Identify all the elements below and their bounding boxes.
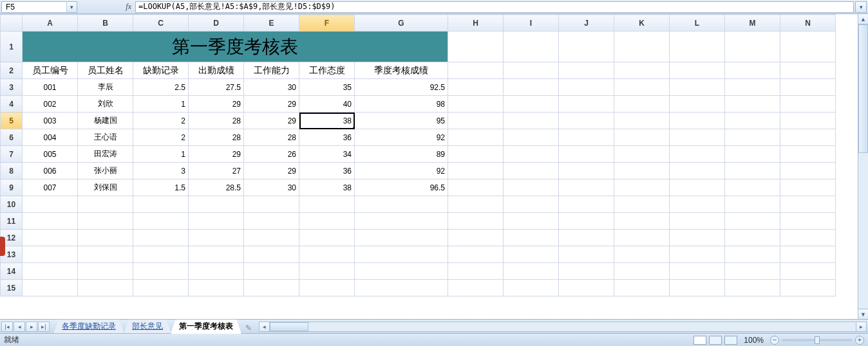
row-header[interactable]: 4 bbox=[1, 96, 23, 113]
cell[interactable] bbox=[614, 96, 670, 113]
cell[interactable]: 28 bbox=[189, 129, 244, 146]
cell[interactable]: 95 bbox=[355, 113, 448, 129]
insert-sheet-icon[interactable]: ✎ bbox=[242, 323, 255, 333]
cell[interactable] bbox=[559, 263, 614, 280]
cell[interactable]: 28 bbox=[189, 113, 244, 129]
cell[interactable] bbox=[355, 213, 448, 230]
cell[interactable] bbox=[614, 196, 670, 213]
column-header[interactable]: B bbox=[78, 15, 133, 32]
cell[interactable] bbox=[23, 263, 78, 280]
cell[interactable] bbox=[448, 263, 504, 280]
cell[interactable]: 杨建国 bbox=[78, 113, 133, 129]
table-header-cell[interactable]: 工作态度 bbox=[299, 62, 355, 79]
cell[interactable] bbox=[504, 163, 559, 179]
cell[interactable]: 1 bbox=[133, 146, 189, 163]
column-header[interactable]: L bbox=[670, 15, 725, 32]
select-all-corner[interactable] bbox=[1, 15, 23, 32]
cell[interactable] bbox=[780, 32, 836, 62]
cell[interactable] bbox=[504, 32, 559, 62]
cell[interactable]: 98 bbox=[355, 96, 448, 113]
view-page-layout-icon[interactable] bbox=[709, 336, 722, 345]
cell[interactable] bbox=[670, 263, 725, 280]
cell[interactable] bbox=[504, 129, 559, 146]
name-box-dropdown-icon[interactable]: ▾ bbox=[66, 2, 77, 12]
cell[interactable] bbox=[504, 230, 559, 246]
cell[interactable] bbox=[614, 113, 670, 129]
column-header[interactable]: D bbox=[189, 15, 244, 32]
cell[interactable]: 29 bbox=[244, 113, 299, 129]
cell[interactable] bbox=[725, 113, 780, 129]
column-header[interactable]: G bbox=[355, 15, 448, 32]
cell[interactable] bbox=[725, 129, 780, 146]
cell[interactable] bbox=[133, 230, 189, 246]
cell[interactable] bbox=[559, 129, 614, 146]
cell[interactable] bbox=[670, 129, 725, 146]
cell[interactable] bbox=[780, 96, 836, 113]
cell[interactable]: 30 bbox=[244, 179, 299, 196]
cell[interactable]: 26 bbox=[244, 146, 299, 163]
cell[interactable] bbox=[78, 280, 133, 296]
scroll-up-icon[interactable]: ▲ bbox=[858, 14, 868, 24]
zoom-slider[interactable] bbox=[782, 339, 853, 341]
row-header[interactable]: 15 bbox=[1, 280, 23, 296]
cell[interactable] bbox=[780, 246, 836, 263]
cell[interactable]: 2 bbox=[133, 113, 189, 129]
cell[interactable] bbox=[504, 113, 559, 129]
tab-nav-next-icon[interactable]: ▸ bbox=[26, 322, 37, 332]
cell[interactable] bbox=[780, 113, 836, 129]
tab-nav-last-icon[interactable]: ▸| bbox=[38, 322, 50, 332]
cell[interactable] bbox=[189, 196, 244, 213]
column-header[interactable]: N bbox=[780, 15, 836, 32]
cell[interactable] bbox=[670, 96, 725, 113]
column-header[interactable]: K bbox=[614, 15, 670, 32]
column-header[interactable]: J bbox=[559, 15, 614, 32]
zoom-slider-knob[interactable] bbox=[815, 336, 820, 344]
cell[interactable] bbox=[780, 146, 836, 163]
cell[interactable] bbox=[23, 213, 78, 230]
cell[interactable] bbox=[355, 263, 448, 280]
name-box[interactable]: F5 ▾ bbox=[1, 1, 77, 13]
cell[interactable] bbox=[725, 163, 780, 179]
cell[interactable] bbox=[725, 246, 780, 263]
cell[interactable] bbox=[670, 32, 725, 62]
cell[interactable] bbox=[504, 196, 559, 213]
cell[interactable] bbox=[670, 196, 725, 213]
cell[interactable]: 40 bbox=[299, 96, 355, 113]
cell[interactable]: 002 bbox=[23, 96, 78, 113]
table-header-cell[interactable]: 缺勤记录 bbox=[133, 62, 189, 79]
cell[interactable]: 27 bbox=[189, 163, 244, 179]
cell[interactable] bbox=[725, 213, 780, 230]
cell[interactable] bbox=[78, 196, 133, 213]
cell[interactable] bbox=[725, 96, 780, 113]
cell[interactable] bbox=[78, 246, 133, 263]
cell[interactable] bbox=[448, 196, 504, 213]
row-header[interactable]: 8 bbox=[1, 163, 23, 179]
scroll-right-icon[interactable]: ▸ bbox=[856, 322, 866, 331]
cell[interactable] bbox=[780, 163, 836, 179]
view-normal-icon[interactable] bbox=[693, 336, 706, 345]
cell[interactable]: 李辰 bbox=[78, 79, 133, 96]
cell[interactable]: 004 bbox=[23, 129, 78, 146]
column-header[interactable]: F bbox=[299, 15, 355, 32]
cell[interactable]: 3 bbox=[133, 163, 189, 179]
cell[interactable] bbox=[78, 230, 133, 246]
cell[interactable]: 92.5 bbox=[355, 79, 448, 96]
cell[interactable]: 36 bbox=[299, 129, 355, 146]
column-header[interactable]: A bbox=[23, 15, 78, 32]
cell[interactable] bbox=[448, 179, 504, 196]
cell[interactable]: 36 bbox=[299, 163, 355, 179]
cell[interactable] bbox=[189, 263, 244, 280]
cell[interactable] bbox=[448, 113, 504, 129]
fx-icon[interactable]: fx bbox=[126, 2, 131, 12]
scroll-down-icon[interactable]: ▼ bbox=[858, 309, 868, 319]
column-header[interactable]: H bbox=[448, 15, 504, 32]
vertical-scroll-track[interactable] bbox=[858, 24, 868, 309]
worksheet-area[interactable]: ABCDEFGHIJKLMN1第一季度考核表2员工编号员工姓名缺勤记录出勤成绩工… bbox=[0, 14, 868, 319]
table-header-cell[interactable]: 员工姓名 bbox=[78, 62, 133, 79]
cell[interactable] bbox=[725, 62, 780, 79]
row-header[interactable]: 3 bbox=[1, 79, 23, 96]
cell[interactable]: 35 bbox=[299, 79, 355, 96]
cell[interactable] bbox=[448, 62, 504, 79]
cell[interactable] bbox=[670, 213, 725, 230]
cell[interactable] bbox=[23, 196, 78, 213]
